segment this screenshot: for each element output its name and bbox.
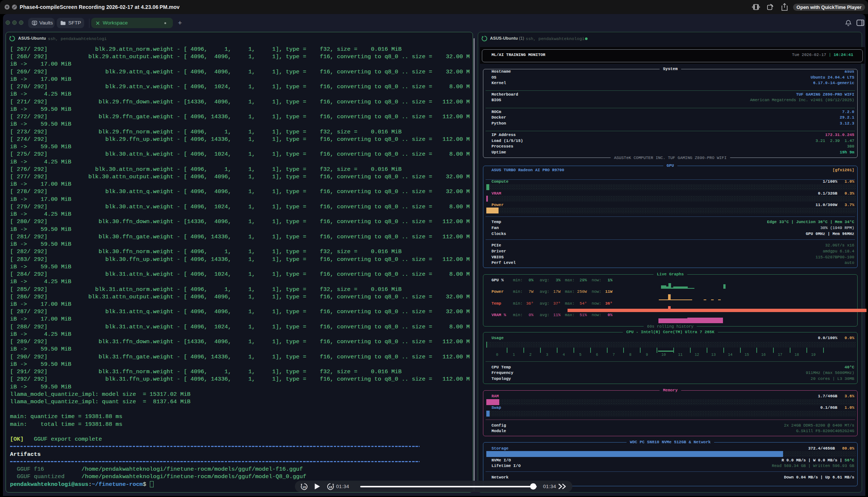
svg-text:15: 15 [303,486,306,489]
svg-text:15: 15 [329,486,332,489]
